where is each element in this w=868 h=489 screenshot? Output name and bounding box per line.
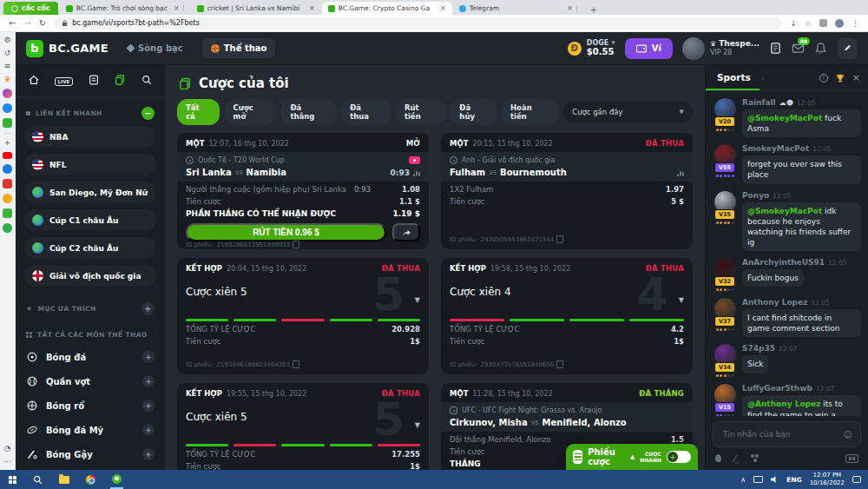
star-icon[interactable]: ☆	[805, 19, 812, 28]
collapse-button[interactable]: −	[141, 107, 155, 120]
plus-icon[interactable]: +	[4, 139, 11, 147]
rain-icon[interactable]	[715, 454, 721, 462]
close-icon[interactable]: ×	[852, 72, 860, 83]
copy-icon[interactable]	[558, 237, 563, 243]
language-indicator[interactable]: ENG	[786, 476, 802, 484]
menu-icon[interactable]: ⋮	[852, 19, 859, 28]
calendar-icon[interactable]	[3, 179, 12, 188]
trophy-icon[interactable]	[835, 73, 845, 83]
messenger-icon[interactable]	[3, 89, 12, 98]
wallet-button[interactable]: Ví	[625, 38, 673, 59]
chat-rules-icon[interactable]: !	[819, 74, 828, 83]
sort-dropdown[interactable]: Cược gần đây▼	[563, 102, 693, 122]
quick-link-item[interactable]: NFL	[24, 154, 156, 175]
live-stream-icon[interactable]	[409, 156, 420, 164]
quick-link-item[interactable]: Cúp C1 châu Âu	[24, 209, 156, 231]
feed-icon[interactable]: ≡	[4, 63, 11, 70]
quick-link-item[interactable]: Cúp C2 châu Âu	[24, 237, 156, 259]
live-icon[interactable]: LIVE	[55, 77, 74, 86]
history-icon[interactable]: ↺	[4, 50, 11, 57]
crown-icon[interactable]: ♛	[3, 76, 10, 83]
clover-icon[interactable]	[751, 454, 759, 462]
quick-link-item[interactable]: Giải vô địch quốc gia	[24, 265, 156, 287]
browser-tab[interactable]: cricket | Sri Lanka vs Namibi×	[191, 2, 321, 15]
zalo-icon[interactable]	[3, 103, 12, 113]
youtube-icon[interactable]	[3, 152, 12, 159]
betslip-button[interactable]: Phiếu cược ▲ CƯỢC NHANH	[566, 444, 698, 470]
mail-icon[interactable]: 99	[792, 42, 805, 55]
copy-icon[interactable]	[558, 362, 563, 368]
receipt-icon[interactable]	[769, 42, 782, 55]
taskbar-search-icon[interactable]	[31, 470, 44, 489]
gift-icon[interactable]	[3, 208, 12, 218]
nav-casino[interactable]: Sòng bạc	[119, 38, 192, 58]
filter-pill[interactable]: Tất cả	[177, 99, 220, 125]
file-explorer-icon[interactable]	[57, 470, 71, 489]
expand-icon[interactable]: +	[142, 400, 155, 412]
volume-icon[interactable]	[771, 476, 779, 483]
bell-icon[interactable]: ◔	[4, 445, 11, 453]
mention-link[interactable]: @SmokeyMacPot	[747, 207, 822, 215]
bcgame-logo[interactable]: b BC.GAME	[26, 40, 108, 57]
more-icon[interactable]: ⋯	[3, 458, 11, 466]
filter-pill[interactable]: Đã thua	[341, 99, 391, 125]
commands-icon[interactable]: /_	[733, 453, 740, 463]
chevron-down-icon[interactable]: ▼	[679, 296, 684, 304]
betslip-icon[interactable]	[88, 73, 100, 89]
emoji-icon[interactable]: ☺	[844, 430, 852, 439]
clock[interactable]: 12:07 PM 10/16/2022	[810, 472, 845, 487]
sidebar-sport-item[interactable]: Quần vợt+	[16, 369, 165, 393]
start-button[interactable]	[7, 470, 18, 489]
mention-link[interactable]: @Anthony Lopez	[747, 400, 820, 408]
notification-icon[interactable]	[852, 476, 861, 483]
expand-icon[interactable]: +	[142, 424, 155, 436]
tab-close-icon[interactable]: ×	[309, 4, 315, 12]
chat-input[interactable]	[721, 429, 838, 439]
sidebar-sport-item[interactable]: Bóng Gậy+	[16, 442, 165, 466]
nav-sports[interactable]: Thể thao	[202, 38, 276, 58]
coccoc-taskbar-icon[interactable]	[110, 470, 123, 489]
bell-icon[interactable]	[814, 42, 827, 55]
tab-close-icon[interactable]: ×	[174, 4, 180, 12]
network-icon[interactable]	[753, 476, 763, 483]
expand-favorites-button[interactable]: +	[141, 302, 155, 315]
filter-pill[interactable]: Đã hủy	[450, 99, 496, 125]
filter-pill[interactable]: Rút tiền	[396, 99, 445, 125]
home-icon[interactable]	[28, 73, 40, 89]
quick-link-item[interactable]: San Diego, Mỹ Đơn Nữ	[24, 182, 156, 203]
stats-icon[interactable]	[677, 169, 684, 176]
download-icon[interactable]: ↓	[790, 19, 797, 28]
facebook-icon[interactable]	[3, 164, 12, 174]
user-profile[interactable]: ♛Thespe... VIP 28	[682, 37, 760, 60]
chrome-icon[interactable]	[84, 470, 97, 489]
search-icon[interactable]	[141, 73, 153, 89]
sidebar-sport-item[interactable]: Bóng đá Mỹ+	[16, 418, 165, 442]
coccoc-menu-button[interactable]: cốc cốc	[3, 2, 58, 15]
gif-icon[interactable]	[845, 454, 858, 463]
chat-icon[interactable]	[837, 38, 858, 59]
browser-tab[interactable]: BC.Game: Crypto Casino Ga×	[322, 2, 452, 15]
copy-icon[interactable]	[294, 362, 299, 368]
pin-icon[interactable]	[3, 223, 12, 233]
chevron-down-icon[interactable]: ▼	[415, 296, 420, 304]
back-button[interactable]: ←	[9, 19, 16, 28]
browser-tab[interactable]: Telegram×	[453, 2, 583, 15]
filter-pill[interactable]: Cược mở	[225, 99, 277, 125]
cashout-button[interactable]: RÚT TIỀN 0.96 $	[186, 223, 386, 241]
chevron-right-icon[interactable]: ›	[761, 74, 765, 83]
timer-icon[interactable]	[3, 194, 12, 203]
expand-icon[interactable]: +	[142, 448, 155, 460]
sidebar-sport-item[interactable]: Bóng đá+	[16, 345, 165, 369]
sidebar-sport-item[interactable]: Bóng rổ+	[16, 393, 165, 418]
tab-close-icon[interactable]: ×	[567, 4, 573, 12]
browser-tab[interactable]: BC.Game: Trò chơi sòng bạc×	[60, 2, 190, 15]
chat-input-box[interactable]: ☺	[713, 421, 861, 447]
share-button[interactable]	[392, 223, 420, 241]
copy-icon[interactable]	[294, 242, 299, 248]
mention-link[interactable]: @SmokeyMacPot	[747, 114, 822, 122]
filter-pill[interactable]: Hoàn tiền	[502, 99, 558, 125]
mybets-icon[interactable]	[114, 73, 126, 89]
profile-icon[interactable]	[835, 19, 844, 28]
url-field[interactable]: bc.game/vi/sports?bt-path=%2Fbets	[54, 17, 782, 30]
games-icon[interactable]	[3, 118, 12, 128]
